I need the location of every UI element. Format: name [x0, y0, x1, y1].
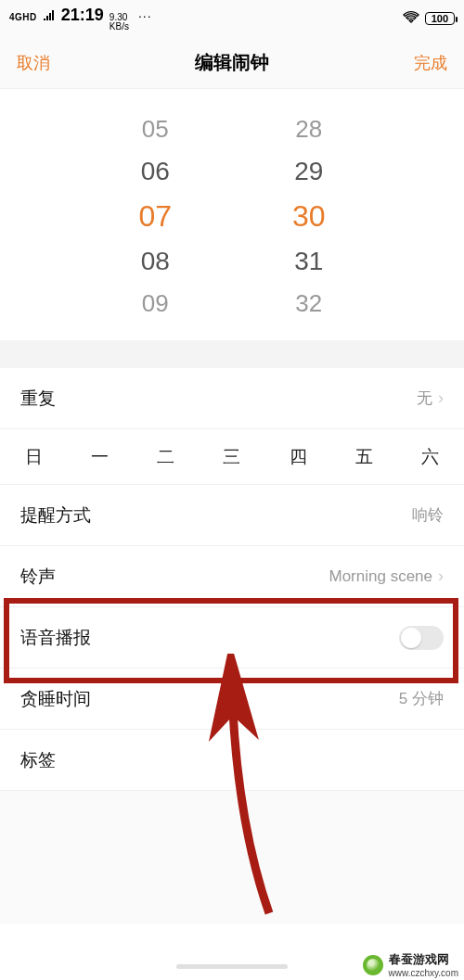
hour-option[interactable]: 08 — [141, 247, 170, 276]
wifi-icon — [403, 10, 419, 27]
hour-option[interactable]: 06 — [141, 157, 170, 186]
minute-option[interactable]: 29 — [294, 157, 323, 186]
ringtone-value: Morning scene — [329, 567, 432, 586]
voice-broadcast-row[interactable]: 语音播报 — [0, 607, 464, 668]
weekday-tue[interactable]: 二 — [153, 445, 179, 469]
weekday-thu[interactable]: 四 — [285, 445, 311, 469]
done-button[interactable]: 完成 — [414, 52, 447, 74]
hour-option[interactable]: 09 — [142, 289, 169, 318]
minute-option[interactable]: 32 — [295, 289, 322, 318]
time-picker[interactable]: 05 06 07 08 09 28 29 30 31 32 — [0, 89, 464, 340]
statusbar-time: 21:19 — [61, 6, 104, 25]
statusbar-right: 100 — [403, 10, 455, 27]
ringtone-row[interactable]: 铃声 Morning scene › — [0, 546, 464, 607]
weekday-row: 日 一 二 三 四 五 六 — [0, 429, 464, 485]
minute-column[interactable]: 28 29 30 31 32 — [292, 115, 326, 318]
network-label: 4GHD — [9, 12, 37, 22]
snooze-row[interactable]: 贪睡时间 5 分钟 — [0, 668, 464, 730]
watermark-logo-icon — [363, 955, 383, 975]
home-indicator — [176, 964, 288, 969]
repeat-row[interactable]: 重复 无 › — [0, 368, 464, 429]
weekday-mon[interactable]: 一 — [86, 445, 112, 469]
hour-option[interactable]: 05 — [142, 115, 169, 144]
chevron-right-icon: › — [438, 566, 444, 586]
weekday-fri[interactable]: 五 — [352, 445, 378, 469]
hour-column[interactable]: 05 06 07 08 09 — [138, 115, 172, 318]
weekday-wed[interactable]: 三 — [219, 445, 245, 469]
alert-mode-label: 提醒方式 — [20, 503, 91, 528]
page-title: 编辑闹钟 — [195, 50, 269, 75]
voice-broadcast-toggle[interactable] — [399, 626, 444, 650]
voice-broadcast-label: 语音播报 — [20, 626, 91, 650]
minute-selected[interactable]: 30 — [292, 199, 326, 234]
header: 取消 编辑闹钟 完成 — [0, 37, 464, 89]
watermark-url: www.czchxy.com — [389, 968, 458, 978]
more-dots-icon: ··· — [138, 8, 152, 23]
status-bar: 4GHD 21:19 9.30KB/s ··· 100 — [0, 0, 464, 37]
section-gap — [0, 340, 464, 368]
net-speed: 9.30KB/s — [110, 13, 129, 32]
repeat-value: 无 — [417, 388, 432, 409]
hour-selected[interactable]: 07 — [138, 199, 172, 234]
ringtone-label: 铃声 — [20, 565, 56, 589]
weekday-sun[interactable]: 日 — [20, 445, 46, 469]
minute-option[interactable]: 31 — [294, 247, 323, 276]
snooze-value: 5 分钟 — [399, 688, 444, 709]
cancel-button[interactable]: 取消 — [17, 52, 50, 74]
alert-mode-row[interactable]: 提醒方式 响铃 — [0, 485, 464, 546]
tag-label: 标签 — [20, 748, 56, 772]
alert-mode-value: 响铃 — [412, 504, 444, 526]
chevron-right-icon: › — [438, 388, 444, 408]
battery-icon: 100 — [425, 12, 455, 25]
repeat-label: 重复 — [20, 387, 56, 411]
tag-row[interactable]: 标签 — [0, 730, 464, 791]
watermark: 春蚕游戏网 www.czchxy.com — [357, 949, 464, 980]
weekday-sat[interactable]: 六 — [418, 445, 444, 469]
minute-option[interactable]: 28 — [295, 115, 322, 144]
statusbar-left: 4GHD 21:19 9.30KB/s ··· — [9, 6, 152, 32]
signal-icon — [43, 7, 56, 24]
snooze-label: 贪睡时间 — [20, 687, 91, 711]
watermark-name: 春蚕游戏网 — [389, 952, 449, 966]
